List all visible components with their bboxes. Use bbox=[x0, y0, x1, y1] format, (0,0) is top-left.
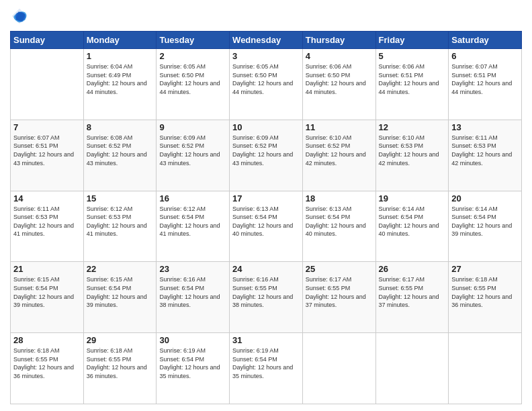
day-info: Sunrise: 6:07 AMSunset: 6:51 PMDaylight:… bbox=[13, 134, 81, 167]
calendar-day-cell: 4Sunrise: 6:06 AMSunset: 6:50 PMDaylight… bbox=[302, 49, 375, 120]
calendar-day-cell: 28Sunrise: 6:18 AMSunset: 6:55 PMDayligh… bbox=[11, 333, 84, 404]
day-info: Sunrise: 6:14 AMSunset: 6:54 PMDaylight:… bbox=[451, 205, 519, 238]
day-number: 18 bbox=[306, 193, 373, 203]
calendar-day-header: Saturday bbox=[449, 32, 522, 49]
calendar-header-row: SundayMondayTuesdayWednesdayThursdayFrid… bbox=[11, 32, 522, 49]
calendar-day-cell bbox=[375, 333, 449, 404]
header bbox=[10, 7, 522, 26]
day-info: Sunrise: 6:18 AMSunset: 6:55 PMDaylight:… bbox=[87, 347, 154, 380]
calendar-week-row: 21Sunrise: 6:15 AMSunset: 6:54 PMDayligh… bbox=[11, 262, 522, 333]
day-number: 25 bbox=[306, 264, 373, 274]
calendar-day-cell: 14Sunrise: 6:11 AMSunset: 6:53 PMDayligh… bbox=[11, 191, 84, 262]
page: SundayMondayTuesdayWednesdayThursdayFrid… bbox=[0, 0, 532, 411]
calendar-week-row: 1Sunrise: 6:04 AMSunset: 6:49 PMDaylight… bbox=[11, 49, 522, 120]
day-info: Sunrise: 6:05 AMSunset: 6:50 PMDaylight:… bbox=[232, 62, 300, 96]
calendar-day-cell: 31Sunrise: 6:19 AMSunset: 6:54 PMDayligh… bbox=[230, 333, 303, 404]
day-number: 4 bbox=[306, 51, 373, 61]
day-number: 11 bbox=[306, 122, 373, 132]
calendar-week-row: 14Sunrise: 6:11 AMSunset: 6:53 PMDayligh… bbox=[11, 191, 522, 262]
calendar-day-cell: 15Sunrise: 6:12 AMSunset: 6:53 PMDayligh… bbox=[83, 191, 157, 262]
day-number: 26 bbox=[379, 264, 446, 274]
day-info: Sunrise: 6:18 AMSunset: 6:55 PMDaylight:… bbox=[13, 347, 81, 380]
calendar-day-cell: 13Sunrise: 6:11 AMSunset: 6:53 PMDayligh… bbox=[449, 120, 522, 191]
day-info: Sunrise: 6:15 AMSunset: 6:54 PMDaylight:… bbox=[87, 275, 154, 309]
calendar-day-cell: 26Sunrise: 6:17 AMSunset: 6:55 PMDayligh… bbox=[375, 262, 449, 333]
calendar-day-cell: 19Sunrise: 6:14 AMSunset: 6:54 PMDayligh… bbox=[375, 191, 449, 262]
day-info: Sunrise: 6:12 AMSunset: 6:53 PMDaylight:… bbox=[87, 205, 154, 238]
calendar-day-cell: 11Sunrise: 6:10 AMSunset: 6:52 PMDayligh… bbox=[302, 120, 375, 191]
day-number: 24 bbox=[232, 264, 300, 274]
day-info: Sunrise: 6:10 AMSunset: 6:52 PMDaylight:… bbox=[306, 134, 373, 167]
day-number: 16 bbox=[159, 193, 226, 203]
day-number: 1 bbox=[87, 51, 154, 61]
day-number: 28 bbox=[13, 335, 81, 345]
day-number: 19 bbox=[379, 193, 446, 203]
day-number: 6 bbox=[451, 51, 519, 61]
day-info: Sunrise: 6:12 AMSunset: 6:54 PMDaylight:… bbox=[159, 205, 226, 238]
calendar-day-cell: 6Sunrise: 6:07 AMSunset: 6:51 PMDaylight… bbox=[449, 49, 522, 120]
calendar-day-header: Friday bbox=[375, 32, 449, 49]
day-info: Sunrise: 6:11 AMSunset: 6:53 PMDaylight:… bbox=[13, 205, 81, 238]
day-info: Sunrise: 6:17 AMSunset: 6:55 PMDaylight:… bbox=[306, 275, 373, 309]
calendar-day-cell: 3Sunrise: 6:05 AMSunset: 6:50 PMDaylight… bbox=[230, 49, 303, 120]
day-info: Sunrise: 6:09 AMSunset: 6:52 PMDaylight:… bbox=[159, 134, 226, 167]
day-number: 27 bbox=[451, 264, 519, 274]
day-number: 29 bbox=[87, 335, 154, 345]
calendar-day-cell: 16Sunrise: 6:12 AMSunset: 6:54 PMDayligh… bbox=[157, 191, 230, 262]
calendar-day-cell: 12Sunrise: 6:10 AMSunset: 6:53 PMDayligh… bbox=[375, 120, 449, 191]
day-info: Sunrise: 6:19 AMSunset: 6:54 PMDaylight:… bbox=[159, 347, 226, 380]
calendar-day-header: Tuesday bbox=[157, 32, 230, 49]
day-info: Sunrise: 6:07 AMSunset: 6:51 PMDaylight:… bbox=[451, 62, 519, 96]
day-info: Sunrise: 6:15 AMSunset: 6:54 PMDaylight:… bbox=[13, 275, 81, 309]
day-number: 21 bbox=[13, 264, 81, 274]
calendar-day-cell: 8Sunrise: 6:08 AMSunset: 6:52 PMDaylight… bbox=[83, 120, 157, 191]
day-number: 22 bbox=[87, 264, 154, 274]
calendar-day-cell: 25Sunrise: 6:17 AMSunset: 6:55 PMDayligh… bbox=[302, 262, 375, 333]
calendar-week-row: 7Sunrise: 6:07 AMSunset: 6:51 PMDaylight… bbox=[11, 120, 522, 191]
day-number: 12 bbox=[379, 122, 446, 132]
day-number: 5 bbox=[379, 51, 446, 61]
day-info: Sunrise: 6:16 AMSunset: 6:54 PMDaylight:… bbox=[159, 275, 226, 309]
calendar-day-cell bbox=[302, 333, 375, 404]
calendar-day-header: Thursday bbox=[302, 32, 375, 49]
day-info: Sunrise: 6:10 AMSunset: 6:53 PMDaylight:… bbox=[379, 134, 446, 167]
day-info: Sunrise: 6:17 AMSunset: 6:55 PMDaylight:… bbox=[379, 275, 446, 309]
day-info: Sunrise: 6:05 AMSunset: 6:50 PMDaylight:… bbox=[159, 62, 226, 96]
calendar-table: SundayMondayTuesdayWednesdayThursdayFrid… bbox=[10, 31, 522, 404]
calendar-day-cell bbox=[11, 49, 84, 120]
day-number: 7 bbox=[13, 122, 81, 132]
calendar-day-header: Wednesday bbox=[230, 32, 303, 49]
calendar-day-header: Monday bbox=[83, 32, 157, 49]
day-info: Sunrise: 6:06 AMSunset: 6:51 PMDaylight:… bbox=[379, 62, 446, 96]
calendar-day-cell: 2Sunrise: 6:05 AMSunset: 6:50 PMDaylight… bbox=[157, 49, 230, 120]
calendar-day-cell: 10Sunrise: 6:09 AMSunset: 6:52 PMDayligh… bbox=[230, 120, 303, 191]
day-info: Sunrise: 6:04 AMSunset: 6:49 PMDaylight:… bbox=[87, 62, 154, 96]
calendar-day-cell: 9Sunrise: 6:09 AMSunset: 6:52 PMDaylight… bbox=[157, 120, 230, 191]
calendar-day-cell: 17Sunrise: 6:13 AMSunset: 6:54 PMDayligh… bbox=[230, 191, 303, 262]
calendar-day-cell: 29Sunrise: 6:18 AMSunset: 6:55 PMDayligh… bbox=[83, 333, 157, 404]
day-number: 23 bbox=[159, 264, 226, 274]
calendar-day-cell: 5Sunrise: 6:06 AMSunset: 6:51 PMDaylight… bbox=[375, 49, 449, 120]
calendar-day-cell: 27Sunrise: 6:18 AMSunset: 6:55 PMDayligh… bbox=[449, 262, 522, 333]
day-number: 13 bbox=[451, 122, 519, 132]
calendar-day-cell: 1Sunrise: 6:04 AMSunset: 6:49 PMDaylight… bbox=[83, 49, 157, 120]
day-number: 8 bbox=[87, 122, 154, 132]
calendar-day-cell: 7Sunrise: 6:07 AMSunset: 6:51 PMDaylight… bbox=[11, 120, 84, 191]
day-info: Sunrise: 6:13 AMSunset: 6:54 PMDaylight:… bbox=[306, 205, 373, 238]
day-info: Sunrise: 6:09 AMSunset: 6:52 PMDaylight:… bbox=[232, 134, 300, 167]
logo-icon bbox=[10, 7, 29, 26]
day-info: Sunrise: 6:13 AMSunset: 6:54 PMDaylight:… bbox=[232, 205, 300, 238]
calendar-day-cell: 22Sunrise: 6:15 AMSunset: 6:54 PMDayligh… bbox=[83, 262, 157, 333]
day-info: Sunrise: 6:11 AMSunset: 6:53 PMDaylight:… bbox=[451, 134, 519, 167]
day-info: Sunrise: 6:19 AMSunset: 6:54 PMDaylight:… bbox=[232, 347, 300, 380]
day-number: 10 bbox=[232, 122, 300, 132]
logo bbox=[10, 7, 32, 26]
calendar-day-cell: 30Sunrise: 6:19 AMSunset: 6:54 PMDayligh… bbox=[157, 333, 230, 404]
day-number: 3 bbox=[232, 51, 300, 61]
day-number: 15 bbox=[87, 193, 154, 203]
day-number: 9 bbox=[159, 122, 226, 132]
calendar-day-cell: 24Sunrise: 6:16 AMSunset: 6:55 PMDayligh… bbox=[230, 262, 303, 333]
day-info: Sunrise: 6:14 AMSunset: 6:54 PMDaylight:… bbox=[379, 205, 446, 238]
day-info: Sunrise: 6:06 AMSunset: 6:50 PMDaylight:… bbox=[306, 62, 373, 96]
day-info: Sunrise: 6:18 AMSunset: 6:55 PMDaylight:… bbox=[451, 275, 519, 309]
